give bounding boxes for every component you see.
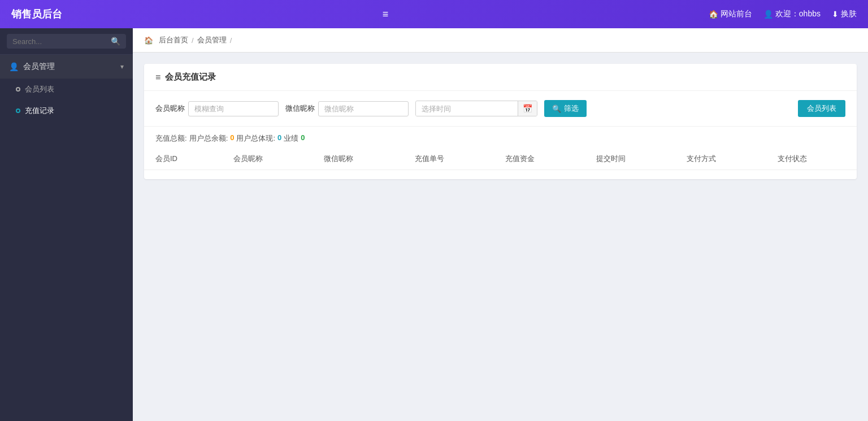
filter-member-name: 会员昵称 [155, 101, 279, 116]
app-title: 销售员后台 [11, 7, 62, 21]
user-balance-label: 用户总余额: [189, 133, 228, 144]
stats-row: 充值总额: 用户总余额: 0 用户总体现: 0 业绩 0 [144, 127, 857, 148]
wechat-label: 微信昵称 [285, 103, 315, 114]
user-balance-val: 0 [230, 133, 234, 144]
sidebar-group-label: 会员管理 [23, 62, 55, 72]
member-name-label: 会员昵称 [155, 103, 185, 114]
table-header-row: 会员ID 会员昵称 微信昵称 充值单号 充值资金 提交时间 支付方式 支付状态 [144, 148, 857, 170]
breadcrumb-home-icon: 🏠 [144, 36, 153, 45]
table-head: 会员ID 会员昵称 微信昵称 充值单号 充值资金 提交时间 支付方式 支付状态 [144, 148, 857, 170]
filter-area: 会员昵称 微信昵称 📅 🔍 筛 [144, 91, 857, 127]
website-link[interactable]: 🏠 网站前台 [709, 9, 752, 19]
user-icon: 👤 [763, 10, 773, 19]
dot-icon [16, 87, 20, 92]
sidebar-item-label: 会员列表 [25, 84, 54, 94]
sidebar-menu: 👤 会员管理 ▾ 会员列表 充值记录 [0, 55, 133, 421]
sidebar-search-area: 🔍 [0, 28, 133, 55]
sidebar-item-recharge-record[interactable]: 充值记录 [0, 100, 133, 121]
main-card: ≡ 会员充值记录 会员昵称 微信昵称 [144, 64, 857, 179]
sidebar: 🔍 👤 会员管理 ▾ 会员列表 充值记录 [0, 28, 133, 421]
breadcrumb-sep2: / [230, 36, 232, 45]
home-icon: 🏠 [709, 10, 718, 19]
col-member-id: 会员ID [144, 148, 222, 170]
member-group-icon: 👤 [9, 62, 19, 71]
filter-wechat: 微信昵称 [285, 101, 409, 116]
col-recharge-no: 充值单号 [403, 148, 494, 170]
card-header: ≡ 会员充值记录 [144, 64, 857, 91]
col-recharge-amount: 充值资金 [494, 148, 584, 170]
performance-label: 业绩 [284, 133, 298, 144]
page-area: ≡ 会员充值记录 会员昵称 微信昵称 [133, 53, 868, 421]
user-cash-val: 0 [277, 133, 281, 144]
filter-date: 📅 [415, 101, 537, 116]
card-title: 会员充值记录 [165, 72, 216, 83]
welcome-link[interactable]: 👤 欢迎：ohbbs [763, 9, 821, 19]
col-submit-time: 提交时间 [585, 148, 675, 170]
sidebar-item-member-list[interactable]: 会员列表 [0, 79, 133, 100]
member-name-input[interactable] [188, 101, 279, 116]
recharge-table: 会员ID 会员昵称 微信昵称 充值单号 充值资金 提交时间 支付方式 支付状态 [144, 148, 857, 170]
sidebar-group-member-management[interactable]: 👤 会员管理 ▾ [0, 55, 133, 79]
breadcrumb: 🏠 后台首页 / 会员管理 / [133, 28, 868, 53]
date-input[interactable] [416, 102, 518, 116]
performance-val: 0 [301, 133, 305, 144]
recharge-total-label: 充值总额: [155, 133, 187, 144]
switch-icon: ⬇ [832, 10, 839, 19]
member-list-button[interactable]: 会员列表 [798, 100, 845, 117]
topbar-right: 🏠 网站前台 👤 欢迎：ohbbs ⬇ 换肤 [709, 9, 857, 19]
dot-active-icon [16, 108, 20, 113]
table-wrap: 会员ID 会员昵称 微信昵称 充值单号 充值资金 提交时间 支付方式 支付状态 [144, 148, 857, 179]
date-picker-wrap[interactable]: 📅 [415, 101, 537, 116]
col-wechat-name: 微信昵称 [313, 148, 403, 170]
hamburger-icon[interactable]: ≡ [383, 8, 389, 20]
main-content: 🏠 后台首页 / 会员管理 / ≡ 会员充值记录 会员昵称 [133, 28, 868, 421]
col-payment-method: 支付方式 [675, 148, 766, 170]
search-box[interactable]: 🔍 [7, 34, 126, 49]
search-icon: 🔍 [552, 105, 561, 113]
filter-button[interactable]: 🔍 筛选 [544, 100, 587, 117]
col-member-name: 会员昵称 [222, 148, 313, 170]
wechat-input[interactable] [318, 101, 409, 116]
breadcrumb-current: 会员管理 [197, 35, 227, 45]
user-cash-label: 用户总体现: [236, 133, 275, 144]
chevron-down-icon: ▾ [120, 63, 124, 71]
search-input[interactable] [12, 37, 111, 46]
breadcrumb-sep: / [192, 36, 194, 45]
col-payment-status: 支付状态 [766, 148, 857, 170]
switch-skin-link[interactable]: ⬇ 换肤 [832, 9, 857, 19]
sidebar-item-label: 充值记录 [25, 106, 54, 116]
list-icon: ≡ [155, 72, 160, 83]
search-icon[interactable]: 🔍 [111, 37, 120, 46]
topbar: 销售员后台 ≡ 🏠 网站前台 👤 欢迎：ohbbs ⬇ 换肤 [0, 0, 868, 28]
breadcrumb-home-link[interactable]: 后台首页 [159, 35, 188, 45]
calendar-icon[interactable]: 📅 [518, 101, 537, 116]
